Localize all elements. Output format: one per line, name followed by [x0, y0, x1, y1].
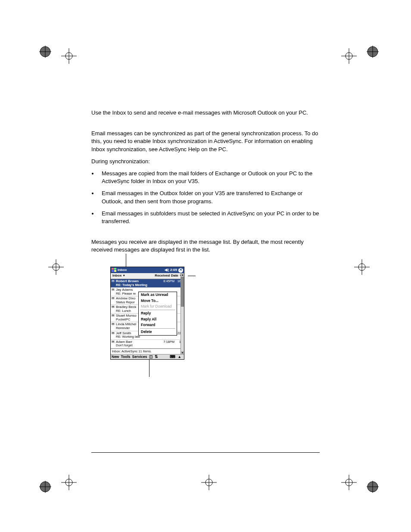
registration-mark [349, 254, 375, 280]
scroll-thumb[interactable] [181, 277, 184, 307]
body-paragraph: Messages you receive are displayed in th… [91, 238, 320, 254]
mail-icon: ✉ [112, 280, 116, 283]
sort-picker[interactable]: Received Date▼ [155, 274, 182, 278]
keyboard-icon[interactable]: ⌨ [170, 355, 175, 359]
bullet-item: Email messages in subfolders must be sel… [98, 210, 320, 225]
mail-icon: ✉ [112, 332, 116, 336]
registration-mark [355, 470, 381, 495]
menu-services[interactable]: Services [132, 355, 147, 359]
svg-rect-34 [114, 268, 116, 270]
callout-line [188, 276, 196, 276]
pda-statusbar: Inbox: ActiveSync 11 Items. [111, 348, 184, 354]
body-paragraph: Email messages can be synchronized as pa… [91, 130, 320, 153]
mail-icon: ✉ [112, 340, 116, 344]
speaker-icon[interactable]: ◀ξ [165, 268, 169, 272]
svg-rect-35 [112, 270, 114, 272]
pda-inbox-screenshot: Inbox ◀ξ 2:05 ✕ Inbox▼ Received Date▼ ✉ … [110, 267, 184, 360]
body-paragraph: During synchronization: [91, 158, 320, 165]
callout-line [149, 360, 149, 377]
svg-rect-36 [114, 270, 116, 272]
context-menu: Mark as Unread Move To... Mark for Downl… [138, 292, 177, 335]
footer-rule [91, 452, 320, 453]
ctx-reply[interactable]: Reply [139, 311, 177, 316]
ctx-mark-download: Mark for Download [139, 304, 177, 309]
folder-picker[interactable]: Inbox▼ [112, 274, 125, 278]
ctx-mark-unread[interactable]: Mark as Unread [139, 292, 177, 298]
scroll-down-icon[interactable]: ▼ [181, 351, 184, 354]
pda-titlebar: Inbox ◀ξ 2:05 ✕ [111, 267, 184, 273]
callout-line [126, 254, 126, 267]
svg-rect-33 [112, 268, 114, 270]
mail-icon: ✉ [112, 288, 116, 292]
mail-icon: ✉ [112, 297, 116, 301]
message-row[interactable]: ✉ Adam BarrDon't forget 7:18PM 1K [111, 340, 184, 348]
message-row[interactable]: ✉ Robert BrownRE: Today's Meeting 8:45PM… [111, 279, 184, 288]
pda-menubar: New Tools Services ◫ ⇅ ⌨ ▲ [111, 354, 184, 359]
registration-mark [196, 470, 222, 495]
mail-icon: ✉ [112, 305, 116, 309]
message-list: ✉ Robert BrownRE: Today's Meeting 8:45PM… [111, 279, 184, 348]
pda-title-label: Inbox [118, 268, 127, 272]
pda-subheader: Inbox▼ Received Date▼ [111, 273, 184, 279]
ctx-forward[interactable]: Forward [139, 322, 177, 328]
menu-new[interactable]: New [112, 355, 119, 359]
ctx-move-to[interactable]: Move To... [139, 298, 177, 304]
toolbar-icon[interactable]: ◫ [149, 355, 153, 359]
ctx-separator [140, 328, 175, 329]
ctx-reply-all[interactable]: Reply All [139, 317, 177, 322]
up-arrow-icon[interactable]: ▲ [178, 355, 181, 359]
body-paragraph: Use the Inbox to send and receive e-mail… [91, 109, 320, 117]
mail-icon: ✉ [112, 323, 116, 327]
screenshot-figure: Inbox ◀ξ 2:05 ✕ Inbox▼ Received Date▼ ✉ … [110, 267, 188, 360]
ctx-delete[interactable]: Delete [139, 329, 177, 335]
registration-mark [355, 43, 381, 69]
close-icon[interactable]: ✕ [178, 268, 183, 273]
mail-icon: ✉ [112, 314, 116, 318]
registration-mark [43, 254, 69, 280]
scroll-up-icon[interactable]: ▲ [181, 273, 184, 276]
bullet-item: Messages are copied from the mail folder… [98, 170, 320, 185]
pda-clock: 2:05 [170, 268, 177, 272]
registration-mark [56, 470, 82, 495]
scrollbar[interactable]: ▲ ▼ [181, 273, 184, 354]
start-icon[interactable] [112, 268, 117, 272]
ctx-separator [140, 310, 175, 310]
registration-mark [56, 43, 82, 69]
menu-tools[interactable]: Tools [121, 355, 130, 359]
toolbar-icon[interactable]: ⇅ [155, 355, 158, 359]
bullet-item: Email messages in the Outbox folder on y… [98, 190, 320, 205]
